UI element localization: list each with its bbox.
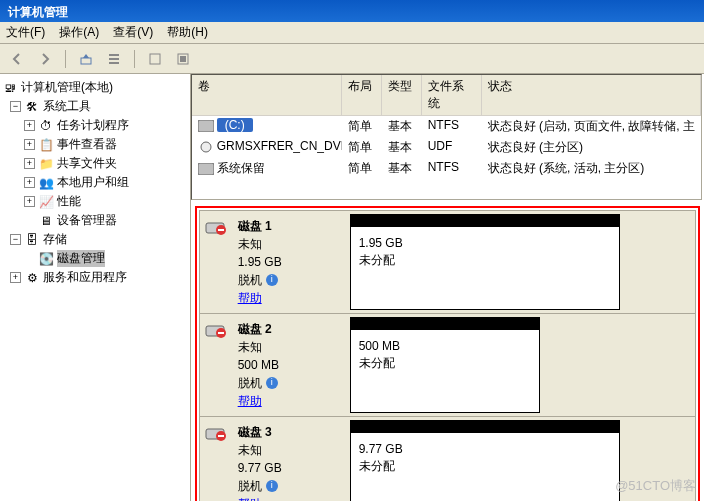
vol-fs: NTFS xyxy=(422,117,482,136)
highlighted-disks: 磁盘 1未知1.95 GB脱机 i帮助1.95 GB未分配磁盘 2未知500 M… xyxy=(195,206,700,501)
event-icon: 📋 xyxy=(38,137,54,153)
offline-disk-icon xyxy=(200,314,230,416)
vol-type: 基本 xyxy=(382,117,422,136)
disk-icon: 💽 xyxy=(38,251,54,267)
collapse-icon[interactable]: − xyxy=(10,101,21,112)
collapse-icon[interactable]: − xyxy=(10,234,21,245)
disk-row[interactable]: 磁盘 2未知500 MB脱机 i帮助500 MB未分配 xyxy=(199,313,696,416)
tree-label: 共享文件夹 xyxy=(57,155,117,172)
col-fs[interactable]: 文件系统 xyxy=(422,75,482,115)
disk-size: 1.95 GB xyxy=(238,253,342,271)
tree-label: 系统工具 xyxy=(43,98,91,115)
disk-kind: 未知 xyxy=(238,338,342,356)
disk-partition[interactable]: 9.77 GB未分配 xyxy=(350,420,620,501)
tree-services-apps[interactable]: +⚙服务和应用程序 xyxy=(2,268,188,287)
vol-fs: UDF xyxy=(422,138,482,157)
disk-partition[interactable]: 1.95 GB未分配 xyxy=(350,214,620,310)
tree-system-tools[interactable]: −🛠系统工具 xyxy=(2,97,188,116)
expand-icon[interactable]: + xyxy=(24,120,35,131)
col-layout[interactable]: 布局 xyxy=(342,75,382,115)
disk-bar-area: 500 MB未分配 xyxy=(350,314,695,416)
partition-stripe xyxy=(351,318,539,330)
volume-row[interactable]: (C:) 简单 基本 NTFS 状态良好 (启动, 页面文件, 故障转储, 主 xyxy=(192,116,701,137)
disk-name: 磁盘 3 xyxy=(238,423,342,441)
up-button[interactable] xyxy=(75,48,97,70)
info-icon[interactable]: i xyxy=(266,377,278,389)
disk-size: 9.77 GB xyxy=(238,459,342,477)
svg-rect-9 xyxy=(198,163,214,175)
expand-icon[interactable]: + xyxy=(24,139,35,150)
drive-icon xyxy=(198,163,214,175)
help-link[interactable]: 帮助 xyxy=(238,291,262,305)
right-panel: 卷 布局 类型 文件系统 状态 (C:) 简单 基本 NTFS 状态良好 (启动… xyxy=(191,74,704,501)
tree-label: 本地用户和组 xyxy=(57,174,129,191)
disk-row[interactable]: 磁盘 3未知9.77 GB脱机 i帮助9.77 GB未分配 xyxy=(199,416,696,501)
tools-icon: 🛠 xyxy=(24,99,40,115)
col-type[interactable]: 类型 xyxy=(382,75,422,115)
tree-local-users[interactable]: +👥本地用户和组 xyxy=(2,173,188,192)
menu-action[interactable]: 操作(A) xyxy=(59,24,99,41)
volume-row[interactable]: GRMSXFRER_CN_DVD (D:) 简单 基本 UDF 状态良好 (主分… xyxy=(192,137,701,158)
vol-layout: 简单 xyxy=(342,138,382,157)
col-volume[interactable]: 卷 xyxy=(192,75,342,115)
expand-icon[interactable]: + xyxy=(24,196,35,207)
disk-state: 脱机 i xyxy=(238,271,342,289)
svg-rect-2 xyxy=(109,58,119,60)
svg-rect-4 xyxy=(150,54,160,64)
partition-size: 1.95 GB xyxy=(359,235,611,252)
disk-panel[interactable]: 磁盘 1未知1.95 GB脱机 i帮助1.95 GB未分配磁盘 2未知500 M… xyxy=(191,202,704,501)
details-button[interactable] xyxy=(103,48,125,70)
tree-task-scheduler[interactable]: +⏱任务计划程序 xyxy=(2,116,188,135)
svg-rect-0 xyxy=(81,58,91,64)
tree-label-selected: 磁盘管理 xyxy=(57,250,105,267)
help-button[interactable] xyxy=(172,48,194,70)
disk-partition[interactable]: 500 MB未分配 xyxy=(350,317,540,413)
expand-icon[interactable]: + xyxy=(24,177,35,188)
menu-help[interactable]: 帮助(H) xyxy=(167,24,208,41)
menu-view[interactable]: 查看(V) xyxy=(113,24,153,41)
folder-icon: 📁 xyxy=(38,156,54,172)
disk-bar-area: 9.77 GB未分配 xyxy=(350,417,695,501)
refresh-button[interactable] xyxy=(144,48,166,70)
vol-status: 状态良好 (系统, 活动, 主分区) xyxy=(482,159,701,178)
expand-icon[interactable]: + xyxy=(10,272,21,283)
volume-row[interactable]: 系统保留 简单 基本 NTFS 状态良好 (系统, 活动, 主分区) xyxy=(192,158,701,179)
expand-icon[interactable]: + xyxy=(24,158,35,169)
tree-storage[interactable]: −🗄存储 xyxy=(2,230,188,249)
tree-event-viewer[interactable]: +📋事件查看器 xyxy=(2,135,188,154)
disk-name: 磁盘 2 xyxy=(238,320,342,338)
menu-bar: 文件(F) 操作(A) 查看(V) 帮助(H) xyxy=(0,22,704,44)
disk-name: 磁盘 1 xyxy=(238,217,342,235)
volume-header-row: 卷 布局 类型 文件系统 状态 xyxy=(192,75,701,116)
content-area: 🖳计算机管理(本地) −🛠系统工具 +⏱任务计划程序 +📋事件查看器 +📁共享文… xyxy=(0,74,704,501)
menu-file[interactable]: 文件(F) xyxy=(6,24,45,41)
disk-kind: 未知 xyxy=(238,235,342,253)
offline-disk-icon xyxy=(200,417,230,501)
svg-rect-1 xyxy=(109,54,119,56)
disk-row[interactable]: 磁盘 1未知1.95 GB脱机 i帮助1.95 GB未分配 xyxy=(199,210,696,313)
tree-label: 性能 xyxy=(57,193,81,210)
help-link[interactable]: 帮助 xyxy=(238,394,262,408)
partition-size: 9.77 GB xyxy=(359,441,611,458)
tree-device-manager[interactable]: 🖥设备管理器 xyxy=(2,211,188,230)
forward-button[interactable] xyxy=(34,48,56,70)
info-icon[interactable]: i xyxy=(266,480,278,492)
volume-list[interactable]: 卷 布局 类型 文件系统 状态 (C:) 简单 基本 NTFS 状态良好 (启动… xyxy=(191,74,702,200)
tree-disk-management[interactable]: 💽磁盘管理 xyxy=(2,249,188,268)
back-button[interactable] xyxy=(6,48,28,70)
tree-label: 服务和应用程序 xyxy=(43,269,127,286)
dvd-icon xyxy=(198,141,214,153)
disk-bar-area: 1.95 GB未分配 xyxy=(350,211,695,313)
offline-disk-icon xyxy=(200,211,230,313)
disk-kind: 未知 xyxy=(238,441,342,459)
tree-shared-folders[interactable]: +📁共享文件夹 xyxy=(2,154,188,173)
vol-layout: 简单 xyxy=(342,117,382,136)
col-status[interactable]: 状态 xyxy=(482,75,701,115)
tree-performance[interactable]: +📈性能 xyxy=(2,192,188,211)
info-icon[interactable]: i xyxy=(266,274,278,286)
window-title-bar: 计算机管理 xyxy=(0,0,704,22)
tree-root[interactable]: 🖳计算机管理(本地) xyxy=(2,78,188,97)
help-link[interactable]: 帮助 xyxy=(238,497,262,501)
vol-type: 基本 xyxy=(382,159,422,178)
tree-panel[interactable]: 🖳计算机管理(本地) −🛠系统工具 +⏱任务计划程序 +📋事件查看器 +📁共享文… xyxy=(0,74,191,501)
